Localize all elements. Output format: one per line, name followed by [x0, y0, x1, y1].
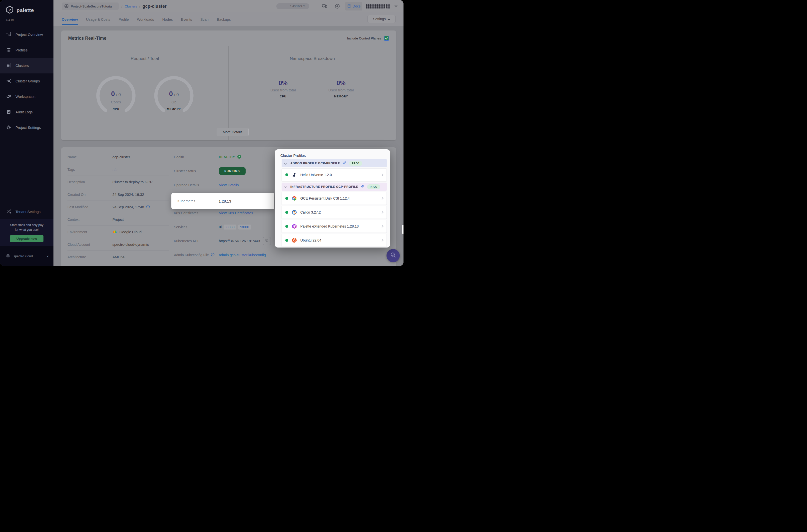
- search-fab-button[interactable]: [387, 249, 400, 262]
- profile-layer-palette-extended-kubernetes[interactable]: Palette eXtended Kubernetes 1.28.13: [282, 220, 387, 233]
- brand-name: palette: [17, 7, 34, 13]
- layer-name: Hello Universe 1.2.0: [300, 173, 332, 177]
- copy-button[interactable]: [263, 237, 271, 245]
- breadcrumb-separator: /: [139, 4, 140, 8]
- more-details-button[interactable]: More Details: [217, 128, 249, 136]
- sidebar-item-audit-logs[interactable]: Audit Logs: [0, 104, 54, 120]
- tab-overview[interactable]: Overview: [62, 13, 78, 26]
- addon-profile-section-header[interactable]: ADDON PROFILE GCP-PROFILE PROJ: [282, 159, 387, 167]
- profile-layer-hello-universe[interactable]: Hello Universe 1.2.0: [282, 168, 387, 181]
- sidebar-collapse-button[interactable]: ‹: [47, 254, 49, 259]
- breadcrumb: / Clusters / gcp-cluster: [121, 0, 167, 13]
- link-icon[interactable]: [343, 161, 346, 166]
- service-port-3000-link[interactable]: :3000: [238, 225, 251, 230]
- upgrade-promo: Start small and only pay for what you us…: [0, 219, 54, 246]
- cluster-profiles-panel: Cluster Profiles ADDON PROFILE GCP-PROFI…: [275, 149, 390, 248]
- info-icon[interactable]: [211, 253, 214, 257]
- sidebar-item-cluster-groups[interactable]: Cluster Groups: [0, 73, 54, 89]
- section-header-label: INFRASTRUCTURE PROFILE GCP-PROFILE: [290, 185, 358, 189]
- chevron-right-icon: [380, 173, 383, 176]
- detail-row-name: Name gcp-cluster: [68, 151, 169, 163]
- service-name: ui: [219, 225, 222, 229]
- cluster-tabs: Overview Usage & Costs Profile Workloads…: [62, 13, 231, 26]
- tab-usage-costs[interactable]: Usage & Costs: [86, 13, 110, 26]
- status-dot: [285, 197, 288, 200]
- chart-icon: [6, 32, 11, 38]
- palette-logo-icon: P: [5, 5, 14, 15]
- detail-row-upgrade-details: Upgrade Details View Details: [174, 178, 274, 192]
- tabs-bar: Overview Usage & Costs Profile Workloads…: [54, 13, 404, 26]
- profile-layer-gce-persistent-disk[interactable]: GCE Persistent Disk CSI 1.12.4: [282, 192, 387, 205]
- detail-row-cluster-status: Cluster Status RUNNING: [174, 164, 274, 178]
- memory-request-value: 0: [169, 90, 173, 98]
- chevron-down-icon: [284, 162, 287, 165]
- metrics-body: Request / Total Namespace Breakdown 0 / …: [61, 46, 396, 140]
- layer-name: Ubuntu 22.04: [300, 238, 321, 242]
- section-header-label: ADDON PROFILE GCP-PROFILE: [290, 162, 340, 165]
- settings-button[interactable]: Settings: [368, 15, 395, 23]
- namespace-cpu-percent: 0%: [256, 79, 311, 87]
- sidebar-item-project-settings[interactable]: Project Settings: [0, 120, 54, 135]
- gce-persistent-disk-icon: [291, 195, 297, 201]
- sidebar-item-project-overview[interactable]: Project Overview: [0, 27, 54, 42]
- user-menu-chevron-down-icon[interactable]: [394, 4, 397, 7]
- layer-name: Calico 3.27.2: [300, 210, 321, 214]
- docs-label: Docs: [353, 4, 360, 8]
- sidebar-item-label: Tenant Settings: [16, 210, 40, 214]
- chevron-right-icon: [380, 211, 383, 213]
- spectro-cloud-logo-icon: [5, 253, 11, 260]
- kubeconfig-download-link[interactable]: admin.gcp-cluster.kubeconfig: [219, 253, 266, 257]
- view-details-link[interactable]: View Details: [219, 183, 239, 187]
- detail-row-environment: Environment Google Cloud: [68, 226, 169, 238]
- orbit-icon: [6, 94, 11, 100]
- infrastructure-profile-section-header[interactable]: INFRASTRUCTURE PROFILE GCP-PROFILE PROJ: [282, 183, 387, 191]
- copy-icon: [265, 239, 269, 243]
- kubernetes-api-url: https://34.54.126.181:443: [219, 239, 260, 243]
- sidebar-item-label: Cluster Groups: [16, 79, 40, 83]
- detail-row-created-on: Created On 24 Sep 2024, 16:32: [68, 188, 169, 201]
- service-port-8080-link[interactable]: :8080: [224, 225, 236, 230]
- footer-brand: spectro cloud: [14, 254, 33, 258]
- upgrade-now-button[interactable]: Upgrade now: [10, 235, 43, 242]
- redacted-username: [366, 4, 385, 8]
- project-selector[interactable]: Project-ScaleSecureTutoria: [62, 2, 119, 10]
- cluster-status-badge: RUNNING: [219, 167, 246, 175]
- profile-layer-calico[interactable]: Calico 3.27.2: [282, 206, 387, 219]
- book-icon: [347, 4, 351, 9]
- info-icon[interactable]: [146, 205, 150, 209]
- network-nodes-icon: [6, 78, 11, 84]
- profile-layer-ubuntu[interactable]: Ubuntu 22.04: [282, 234, 387, 247]
- sidebar-item-workspaces[interactable]: Workspaces: [0, 89, 54, 104]
- audit-log-icon: [6, 109, 11, 115]
- detail-row-tags: Tags n/a: [68, 163, 169, 176]
- namespace-cpu-stat: 0% Used from total CPU: [256, 79, 311, 98]
- sidebar-item-tenant-settings[interactable]: Tenant Settings: [0, 204, 54, 219]
- sidebar-item-profiles[interactable]: Profiles: [0, 42, 54, 58]
- layers-icon: [6, 48, 11, 53]
- project-icon: [64, 4, 69, 9]
- chat-icon[interactable]: [322, 3, 327, 9]
- sidebar-item-label: Profiles: [16, 48, 27, 52]
- view-k8s-certificates-link[interactable]: View K8s Certificates: [219, 211, 253, 215]
- gear-icon: [6, 125, 11, 131]
- sidebar-item-label: Project Overview: [16, 33, 43, 37]
- kubernetes-label: Kubernetes: [177, 199, 219, 203]
- sidebar-item-clusters[interactable]: Clusters: [0, 58, 54, 73]
- breadcrumb-clusters-link[interactable]: Clusters: [125, 4, 137, 8]
- tab-profile[interactable]: Profile: [118, 13, 129, 26]
- tab-workloads[interactable]: Workloads: [137, 13, 154, 26]
- top-bar: Project-ScaleSecureTutoria / Clusters / …: [54, 0, 404, 13]
- tab-nodes[interactable]: Nodes: [163, 13, 173, 26]
- kubernetes-version-row-spotlight: Kubernetes 1.28.13: [171, 193, 274, 209]
- docs-button[interactable]: Docs: [345, 2, 362, 11]
- detail-row-admin-kubeconfig: Admin Kubeconfig File admin.gcp-cluster.…: [174, 248, 274, 262]
- status-dot: [285, 173, 288, 176]
- kubernetes-version: 1.28.13: [219, 199, 231, 203]
- compass-icon[interactable]: [335, 3, 340, 9]
- hello-universe-icon: [291, 172, 297, 178]
- tab-backups[interactable]: Backups: [217, 13, 231, 26]
- tab-events[interactable]: Events: [181, 13, 192, 26]
- link-icon[interactable]: [361, 184, 364, 189]
- tab-scan[interactable]: Scan: [200, 13, 209, 26]
- include-control-planes-checkbox[interactable]: [384, 36, 389, 41]
